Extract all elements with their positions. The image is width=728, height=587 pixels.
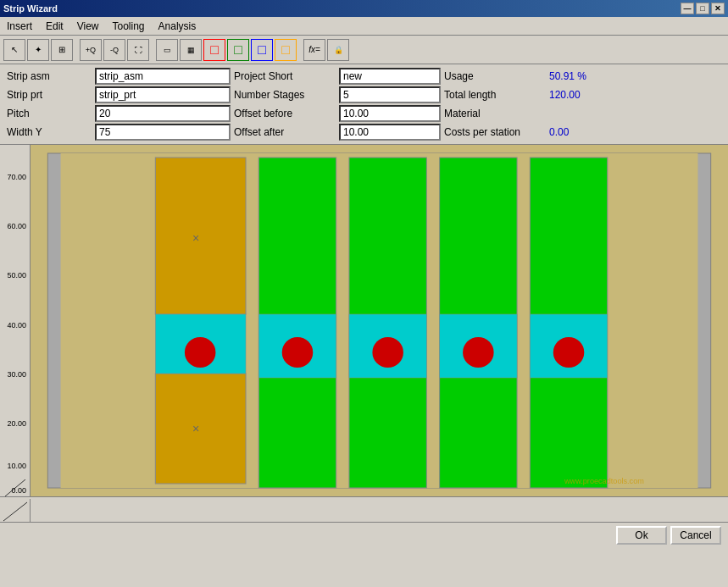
usage-value: 50.91 %	[549, 68, 668, 85]
number-stages-label: Number Stages	[234, 86, 336, 103]
y-tick-50: 50.00	[7, 271, 28, 280]
menu-analysis[interactable]: Analysis	[155, 19, 200, 34]
material-label: Material	[444, 105, 546, 122]
zoom-out-button[interactable]: -Q	[103, 39, 125, 61]
total-length-value: 120.00	[549, 86, 668, 103]
svg-rect-4	[155, 158, 246, 314]
svg-point-12	[282, 337, 314, 368]
svg-point-18	[463, 337, 494, 368]
menu-bar: Insert Edit View Tooling Analysis	[0, 17, 728, 36]
material-value	[549, 105, 668, 122]
menu-edit[interactable]: Edit	[42, 19, 67, 34]
maximize-button[interactable]: □	[696, 3, 709, 14]
minimize-button[interactable]: —	[681, 3, 694, 14]
red-square-button[interactable]: □	[203, 39, 225, 61]
fx-button[interactable]: fx=	[303, 39, 325, 61]
svg-line-23	[3, 502, 27, 521]
y-axis-ruler: 70.00 60.00 50.00 40.00 30.00 20.00 10.0…	[0, 145, 31, 496]
y-tick-30: 30.00	[7, 370, 28, 379]
toolbar-separator-1	[75, 39, 78, 61]
strip-prt-input[interactable]	[95, 86, 231, 103]
footer: Ok Cancel	[0, 522, 728, 547]
costs-label: Costs per station	[444, 124, 546, 141]
close-button[interactable]: ✕	[711, 3, 725, 14]
orange-square-button[interactable]: □	[275, 39, 297, 61]
y-tick-20: 20.00	[7, 419, 28, 428]
toolbar-separator-3	[298, 39, 302, 61]
toolbar-separator-2	[151, 39, 154, 61]
zoom-in-button[interactable]: +Q	[80, 39, 102, 61]
strip-asm-input[interactable]	[95, 68, 231, 85]
strip-prt-label: Strip prt	[7, 86, 92, 103]
green-square-button[interactable]: □	[227, 39, 249, 61]
pitch-label: Pitch	[7, 105, 92, 122]
grid-view-button[interactable]: ▦	[180, 39, 202, 61]
offset-before-label: Offset before	[234, 105, 336, 122]
y-tick-70: 70.00	[7, 173, 28, 181]
offset-before-input[interactable]	[339, 105, 441, 122]
y-tick-40: 40.00	[7, 321, 28, 329]
y-tick-10: 10.00	[7, 462, 28, 470]
costs-value: 0.00	[549, 124, 668, 141]
project-short-input[interactable]	[339, 68, 441, 85]
usage-label: Usage	[444, 68, 546, 85]
ok-button[interactable]: Ok	[616, 526, 667, 545]
menu-insert[interactable]: Insert	[3, 19, 36, 34]
window-title: Strip Wizard	[3, 3, 58, 14]
lock-button[interactable]: 🔒	[327, 39, 349, 61]
toolbar: ↖ ✦ ⊞ +Q -Q ⛶ ▭ ▦ □ □ □ □ fx= 🔒	[0, 36, 728, 64]
svg-rect-5	[155, 374, 246, 484]
blue-square-button[interactable]: □	[251, 39, 273, 61]
total-length-label: Total length	[444, 86, 546, 103]
strip-asm-label: Strip asm	[7, 68, 92, 85]
y-tick-60: 60.00	[7, 222, 28, 230]
menu-view[interactable]: View	[74, 19, 103, 34]
fit-view-button[interactable]: ⛶	[127, 39, 149, 61]
cursor-tool-button[interactable]: ✦	[27, 39, 49, 61]
svg-point-15	[372, 337, 403, 368]
svg-point-21	[553, 337, 585, 368]
canvas-area: 70.00 60.00 50.00 40.00 30.00 20.00 10.0…	[0, 145, 728, 496]
width-y-label: Width Y	[7, 124, 92, 141]
title-bar: Strip Wizard — □ ✕	[0, 0, 728, 17]
number-stages-input[interactable]	[339, 86, 441, 103]
offset-after-input[interactable]	[339, 124, 441, 141]
pitch-input[interactable]	[95, 105, 231, 122]
properties-panel: Strip asm Project Short Usage 50.91 % St…	[0, 64, 728, 145]
svg-point-7	[185, 337, 216, 368]
project-short-label: Project Short	[234, 68, 336, 85]
x-axis-ruler: -10.00 0.00 10.00 20.00 30.00 40.00 50.0…	[0, 496, 728, 522]
svg-text:www.proecadtools.com: www.proecadtools.com	[564, 477, 644, 485]
strip-svg: × ×	[31, 145, 728, 496]
svg-text:×: ×	[192, 231, 199, 245]
grid-tool-button[interactable]: ⊞	[51, 39, 73, 61]
menu-tooling[interactable]: Tooling	[109, 19, 148, 34]
y-tick-0: 0.00	[11, 486, 28, 495]
width-y-input[interactable]	[95, 124, 231, 141]
strip-diagram[interactable]: × ×	[31, 145, 728, 496]
cancel-button[interactable]: Cancel	[670, 526, 721, 545]
select-arrow-button[interactable]: ↖	[3, 39, 25, 61]
window-controls: — □ ✕	[681, 3, 725, 14]
offset-after-label: Offset after	[234, 124, 336, 141]
svg-text:×: ×	[192, 422, 199, 435]
rect-tool-button[interactable]: ▭	[156, 39, 178, 61]
